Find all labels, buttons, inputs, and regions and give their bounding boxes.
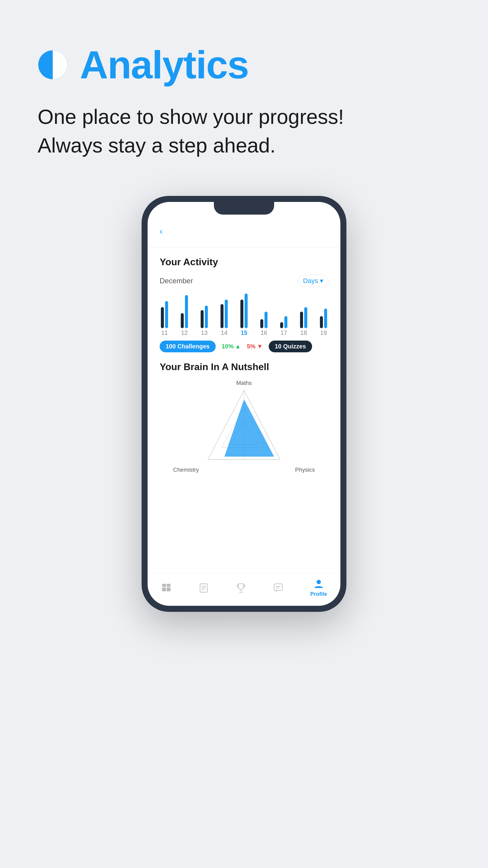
- bottom-nav: Profile: [148, 573, 340, 606]
- challenges-count: 100: [166, 343, 175, 350]
- bar-label: 14: [221, 330, 227, 336]
- home-icon: [161, 583, 172, 593]
- bar-dark: [240, 300, 243, 328]
- svg-rect-19: [274, 584, 283, 590]
- nav-item-chat[interactable]: [273, 583, 284, 593]
- svg-rect-12: [167, 584, 170, 587]
- bar-day-15-active: 15: [240, 292, 248, 336]
- bar-label-active: 15: [241, 330, 247, 336]
- chat-icon: [273, 583, 284, 593]
- bar-dark: [280, 322, 283, 328]
- brain-section: Your Brain In A Nutshell Maths Chemistry…: [160, 361, 328, 473]
- arrow-down-icon: ▼: [257, 343, 263, 350]
- bar-day-13: 13: [201, 292, 208, 336]
- bar-label: 19: [320, 330, 327, 336]
- quizzes-badge: 10 Quizzes: [269, 341, 312, 352]
- period-dropdown[interactable]: Days ▾: [298, 275, 328, 287]
- nav-item-home[interactable]: [161, 583, 172, 593]
- stat-up: 10% ▲: [222, 343, 241, 350]
- radar-label-chemistry: Chemistry: [173, 467, 199, 473]
- stat-down-value: 5%: [247, 343, 255, 350]
- stats-row: 100 Challenges 10% ▲ 5% ▼ 10 Quizzes: [160, 341, 328, 352]
- page-title: Analytics: [80, 42, 249, 87]
- bar-label: 13: [201, 330, 207, 336]
- bar-dark: [320, 316, 323, 328]
- activity-header: December Days ▾: [160, 275, 328, 287]
- bar-dark: [221, 304, 224, 328]
- screen-content: ‹ Your Activity December Days ▾: [148, 208, 340, 573]
- bar-label: 11: [161, 330, 168, 336]
- quizzes-label: Quizzes: [283, 343, 306, 350]
- svg-point-22: [317, 580, 321, 584]
- radar-svg: [202, 384, 286, 469]
- bar-label: 18: [300, 330, 307, 336]
- profile-icon: [313, 578, 324, 589]
- back-chevron-icon: ‹: [160, 226, 163, 236]
- bar-blue: [284, 316, 287, 328]
- phone-screen: ‹ Your Activity December Days ▾: [148, 202, 340, 606]
- month-label: December: [160, 277, 193, 285]
- bar-day-16: 16: [260, 292, 267, 336]
- phone-notch: [214, 202, 274, 215]
- svg-marker-8: [224, 399, 274, 457]
- bar-day-14: 14: [221, 292, 228, 336]
- dropdown-chevron-icon: ▾: [320, 277, 323, 285]
- radar-label-physics: Physics: [295, 467, 315, 473]
- bar-dark: [161, 307, 164, 328]
- bar-label: 16: [261, 330, 267, 336]
- bar-blue: [205, 306, 208, 328]
- header-section: Analytics One place to show your progres…: [0, 0, 488, 178]
- bar-day-17: 17: [280, 292, 287, 336]
- bar-dark: [300, 312, 303, 328]
- bar-blue: [225, 300, 228, 328]
- bar-dark: [201, 310, 204, 328]
- quizzes-count: 10: [275, 343, 281, 350]
- lessons-icon: [198, 583, 209, 593]
- arrow-up-icon: ▲: [235, 343, 241, 350]
- bar-blue: [264, 312, 267, 328]
- nav-item-lessons[interactable]: [198, 583, 209, 593]
- challenges-label: Challenges: [177, 343, 210, 350]
- bar-day-12: 12: [181, 292, 188, 336]
- phone-container: ‹ Your Activity December Days ▾: [0, 178, 488, 612]
- bar-day-18: 18: [300, 292, 307, 336]
- activity-title: Your Activity: [160, 256, 328, 268]
- profile-nav-label: Profile: [310, 591, 327, 597]
- brain-title: Your Brain In A Nutshell: [160, 361, 328, 373]
- title-row: Analytics: [38, 42, 450, 87]
- phone-frame: ‹ Your Activity December Days ▾: [141, 196, 347, 612]
- nav-item-profile[interactable]: Profile: [310, 578, 327, 597]
- stat-down: 5% ▼: [247, 343, 263, 350]
- trophy-icon: [235, 583, 247, 593]
- challenges-badge: 100 Challenges: [160, 341, 216, 352]
- stat-up-value: 10%: [222, 343, 234, 350]
- analytics-icon: [38, 50, 68, 80]
- svg-rect-9: [162, 587, 166, 591]
- nav-item-trophy[interactable]: [235, 583, 247, 593]
- page-subtitle: One place to show your progress! Always …: [38, 102, 450, 160]
- svg-rect-10: [167, 587, 170, 591]
- bar-blue: [324, 309, 327, 328]
- bar-blue: [165, 301, 168, 328]
- bar-dark: [260, 319, 263, 328]
- bar-dark: [181, 313, 184, 328]
- svg-rect-11: [162, 584, 166, 587]
- divider: [148, 247, 340, 247]
- bar-blue: [245, 293, 248, 328]
- bar-blue: [304, 307, 307, 328]
- activity-chart: 11 12: [160, 294, 328, 336]
- bar-day-19: 19: [320, 292, 327, 336]
- bar-label: 17: [281, 330, 287, 336]
- period-label: Days: [303, 277, 318, 285]
- radar-chart: Maths Chemistry Physics: [160, 380, 328, 473]
- bar-label: 12: [181, 330, 188, 336]
- bar-day-11: 11: [161, 292, 168, 336]
- bar-blue: [185, 295, 188, 328]
- back-button[interactable]: ‹: [160, 226, 328, 236]
